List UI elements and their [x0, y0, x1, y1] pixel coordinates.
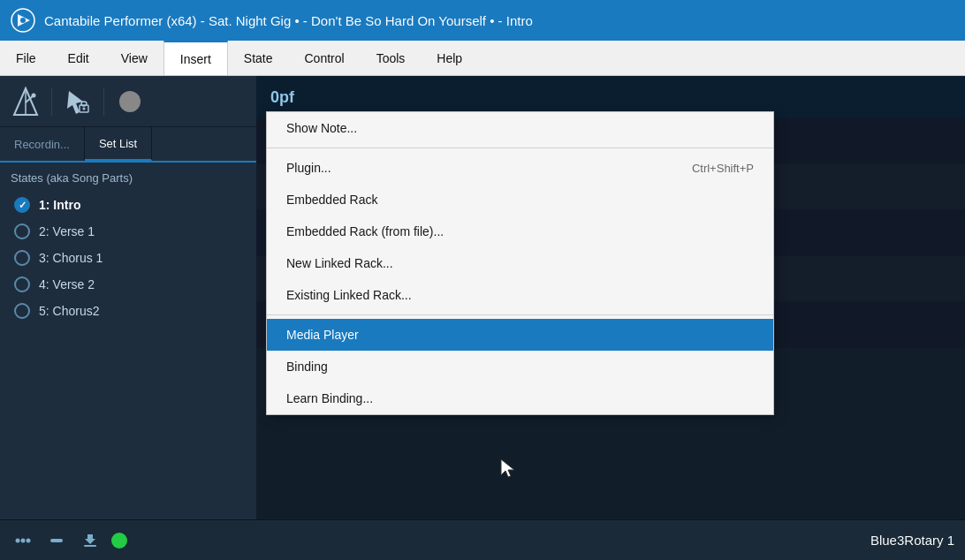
menu-control[interactable]: Control — [289, 41, 361, 75]
minus-icon[interactable] — [44, 528, 69, 553]
toolbar-divider-1 — [51, 87, 52, 116]
menu-new-linked-rack[interactable]: New Linked Rack... — [267, 247, 773, 279]
svg-rect-18 — [84, 545, 96, 547]
state-item-1[interactable]: 1: Intro — [11, 192, 246, 218]
download-icon[interactable] — [78, 528, 103, 553]
menu-embedded-rack[interactable]: Embedded Rack — [267, 184, 773, 216]
sidebar-tabs: Recordin... Set List — [0, 127, 256, 163]
state-item-2[interactable]: 2: Verse 1 — [11, 218, 246, 245]
toolbar — [0, 76, 256, 127]
menu-separator-1 — [267, 148, 773, 148]
menu-file[interactable]: File — [0, 41, 52, 75]
states-title: States (aka Song Parts) — [11, 171, 246, 185]
menu-existing-linked-rack[interactable]: Existing Linked Rack... — [267, 279, 773, 311]
insert-dropdown-menu: Show Note... Plugin... Ctrl+Shift+P Embe… — [266, 111, 774, 415]
svg-rect-9 — [81, 102, 87, 106]
menu-tools[interactable]: Tools — [361, 41, 422, 75]
state-radio-2 — [14, 223, 30, 239]
pointer-lock-icon[interactable] — [61, 85, 95, 118]
svg-point-14 — [21, 538, 26, 542]
app-title: Cantabile Performer (x64) - Sat. Night G… — [44, 13, 533, 28]
menu-help[interactable]: Help — [421, 41, 478, 75]
menu-plugin[interactable]: Plugin... Ctrl+Shift+P — [267, 152, 773, 184]
record-icon[interactable] — [113, 85, 147, 118]
toolbar-divider-2 — [103, 87, 104, 116]
menu-view[interactable]: View — [105, 41, 163, 75]
svg-point-10 — [83, 107, 86, 110]
menu-binding[interactable]: Binding — [267, 351, 773, 382]
state-label-5: 5: Chorus2 — [39, 304, 99, 318]
sidebar: Recordin... Set List States (aka Song Pa… — [0, 76, 256, 560]
menu-media-player[interactable]: Media Player — [267, 319, 773, 351]
main-layout: Recordin... Set List States (aka Song Pa… — [0, 76, 965, 560]
state-label-4: 4: Verse 2 — [39, 277, 95, 291]
svg-rect-16 — [50, 539, 63, 542]
svg-point-2 — [20, 18, 26, 23]
svg-marker-17 — [85, 534, 95, 544]
svg-point-13 — [16, 538, 20, 542]
state-radio-1 — [14, 197, 30, 213]
bottom-label: Blue3Rotary 1 — [870, 533, 954, 548]
svg-marker-7 — [67, 91, 83, 114]
state-radio-3 — [14, 250, 30, 266]
state-radio-4 — [14, 276, 30, 292]
top-value: 0pf — [270, 88, 294, 107]
menu-show-note[interactable]: Show Note... — [267, 112, 773, 144]
dots-icon[interactable] — [11, 528, 35, 553]
title-bar: Cantabile Performer (x64) - Sat. Night G… — [0, 0, 965, 41]
menu-learn-binding[interactable]: Learn Binding... — [267, 382, 773, 414]
metronome-icon[interactable] — [9, 85, 42, 118]
states-section: States (aka Song Parts) 1: Intro 2: Vers… — [0, 163, 256, 329]
bottom-bar: Blue3Rotary 1 — [0, 519, 965, 560]
state-label-1: 1: Intro — [39, 198, 80, 212]
status-indicator — [111, 533, 127, 549]
svg-point-11 — [119, 91, 141, 112]
menu-embedded-rack-file[interactable]: Embedded Rack (from file)... — [267, 216, 773, 247]
state-item-5[interactable]: 5: Chorus2 — [11, 298, 246, 324]
state-radio-5 — [14, 303, 30, 319]
state-label-2: 2: Verse 1 — [39, 224, 95, 238]
state-label-3: 3: Chorus 1 — [39, 251, 103, 265]
menu-separator-2 — [267, 314, 773, 315]
app-logo — [11, 8, 35, 33]
menu-bar: File Edit View Insert State Control Tool… — [0, 41, 965, 76]
menu-edit[interactable]: Edit — [52, 41, 105, 75]
tab-setlist[interactable]: Set List — [85, 127, 152, 161]
svg-point-6 — [32, 93, 36, 97]
menu-state[interactable]: State — [228, 41, 289, 75]
menu-insert[interactable]: Insert — [163, 41, 228, 75]
tab-recording[interactable]: Recordin... — [0, 127, 85, 161]
svg-point-15 — [27, 538, 31, 542]
state-item-3[interactable]: 3: Chorus 1 — [11, 245, 246, 271]
state-item-4[interactable]: 4: Verse 2 — [11, 271, 246, 298]
